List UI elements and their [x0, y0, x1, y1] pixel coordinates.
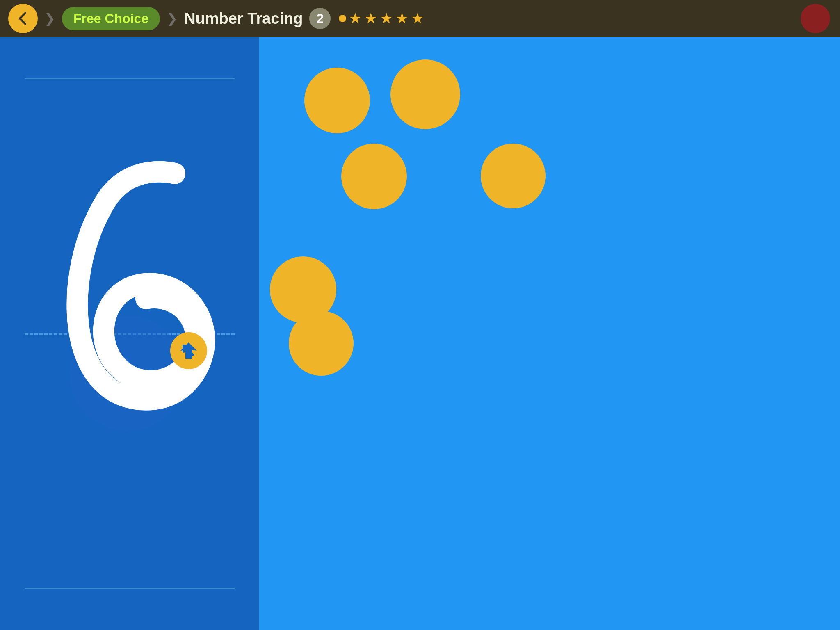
navbar: ❯ Free Choice ❯ Number Tracing 2 ★ ★ ★ ★…	[0, 0, 840, 37]
count-dot-2	[390, 59, 460, 129]
star-3: ★	[380, 10, 393, 27]
star-4: ★	[395, 10, 409, 27]
left-panel	[0, 37, 259, 630]
stars-row: ★ ★ ★ ★ ★	[339, 10, 424, 27]
number-tracing-label: Number Tracing	[184, 10, 303, 27]
profile-button[interactable]	[801, 4, 830, 33]
right-panel	[259, 37, 840, 630]
cursor-indicator	[170, 332, 207, 369]
count-dot-6	[289, 311, 354, 376]
breadcrumb-chevron-1: ❯	[44, 11, 55, 26]
count-dot-1	[304, 68, 370, 133]
progress-dot	[339, 15, 346, 22]
count-dot-3	[341, 144, 407, 209]
back-button[interactable]	[8, 4, 38, 33]
free-choice-badge[interactable]: Free Choice	[62, 7, 160, 30]
level-badge: 2	[309, 8, 331, 29]
count-dot-4	[481, 144, 546, 208]
breadcrumb-chevron-2: ❯	[167, 11, 178, 26]
main-content	[0, 37, 840, 630]
star-2: ★	[364, 10, 377, 27]
free-choice-label: Free Choice	[73, 11, 148, 26]
star-1: ★	[349, 10, 362, 27]
star-5: ★	[411, 10, 424, 27]
number-6-container	[0, 78, 259, 589]
